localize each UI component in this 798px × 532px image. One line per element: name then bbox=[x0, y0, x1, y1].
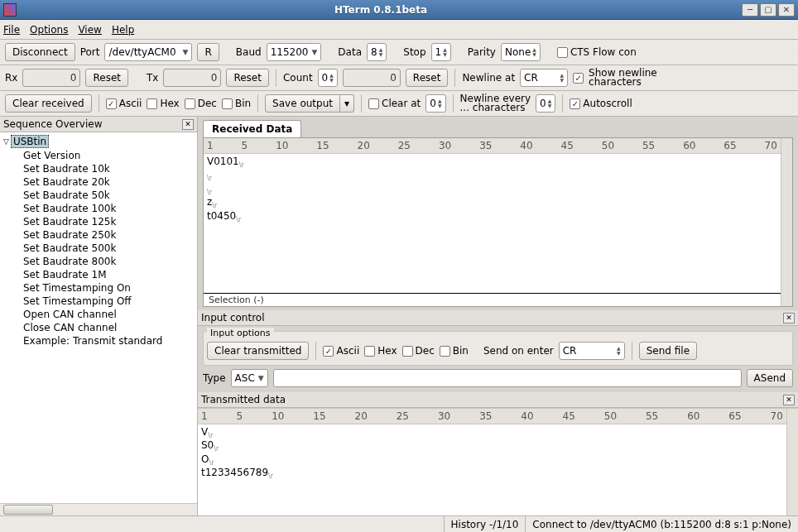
input-control-close-icon[interactable]: ✕ bbox=[783, 313, 795, 324]
input-control-title: Input control bbox=[201, 312, 264, 324]
expand-icon[interactable]: ▽ bbox=[3, 137, 9, 146]
tree-item[interactable]: Set Baudrate 1M bbox=[0, 268, 197, 281]
data-bits-spin[interactable]: 8▲▼ bbox=[367, 43, 387, 61]
transmitted-scrollbar[interactable] bbox=[786, 409, 798, 515]
history-status: History -/1/10 bbox=[444, 516, 526, 532]
save-output-button[interactable]: Save output bbox=[265, 94, 340, 113]
disconnect-button[interactable]: Disconnect bbox=[5, 43, 75, 61]
received-ruler: 1510152025303540455055606570 bbox=[204, 138, 781, 154]
clear-transmitted-button[interactable]: Clear transmitted bbox=[207, 342, 309, 360]
autoscroll-checkbox[interactable]: ✓Autoscroll bbox=[570, 98, 632, 109]
maximize-button[interactable]: ▢ bbox=[760, 3, 776, 17]
titlebar: HTerm 0.8.1beta ─ ▢ ✕ bbox=[0, 0, 798, 20]
send-on-enter-label: Send on enter bbox=[483, 345, 554, 357]
tree-item[interactable]: Set Baudrate 20k bbox=[0, 175, 197, 189]
baud-select[interactable]: 115200▼ bbox=[267, 43, 322, 61]
asend-button[interactable]: ASend bbox=[747, 369, 793, 387]
sidebar-scrollbar[interactable] bbox=[0, 503, 197, 515]
type-input[interactable] bbox=[273, 369, 742, 387]
show-newline-label2: characters bbox=[589, 78, 657, 87]
transmitted-title: Transmitted data bbox=[201, 394, 286, 405]
tx-bin-checkbox[interactable]: Bin bbox=[440, 345, 469, 357]
stop-bits-spin[interactable]: 1▲▼ bbox=[431, 43, 451, 61]
count-spin[interactable]: 0▲▼ bbox=[318, 69, 338, 87]
show-newline-checkbox[interactable]: ✓ bbox=[573, 73, 584, 84]
type-label: Type bbox=[203, 372, 226, 384]
received-tab[interactable]: Received Data bbox=[203, 120, 301, 137]
tree-item[interactable]: Get Version bbox=[0, 149, 197, 162]
stop-label: Stop bbox=[403, 46, 425, 58]
dec-checkbox[interactable]: Dec bbox=[185, 98, 217, 109]
ascii-checkbox[interactable]: ✓Ascii bbox=[106, 98, 142, 109]
baud-label: Baud bbox=[236, 46, 262, 58]
tree-item[interactable]: Set Baudrate 125k bbox=[0, 215, 197, 228]
data-label: Data bbox=[338, 46, 362, 58]
tree-item[interactable]: Set Baudrate 100k bbox=[0, 202, 197, 215]
tree-root[interactable]: ▽ USBtin bbox=[0, 134, 197, 149]
menu-view[interactable]: View bbox=[78, 24, 101, 36]
tree-item[interactable]: Set Baudrate 250k bbox=[0, 228, 197, 242]
menubar: File Options View Help bbox=[0, 20, 798, 40]
newline-every-spin[interactable]: 0▲▼ bbox=[536, 94, 555, 113]
minimize-button[interactable]: ─ bbox=[742, 3, 758, 17]
sidebar-title: Sequence Overview bbox=[3, 118, 103, 130]
input-options-title: Input options bbox=[207, 328, 274, 338]
received-scrollbar[interactable] bbox=[781, 138, 792, 306]
tx-count: 0 bbox=[163, 69, 221, 87]
reset-tx-button[interactable]: Reset bbox=[226, 69, 269, 87]
chevron-down-icon: ▼ bbox=[258, 374, 264, 382]
received-data[interactable]: V0101\r\r\rz\rt0450\r bbox=[204, 154, 781, 293]
chevron-down-icon: ▼ bbox=[183, 48, 189, 56]
count-label: Count bbox=[283, 72, 313, 84]
clear-at-checkbox[interactable]: Clear at bbox=[368, 98, 421, 109]
newline-every-label2: ... characters bbox=[460, 103, 531, 113]
rx-label: Rx bbox=[5, 72, 17, 84]
toolbar-display: Clear received ✓Ascii Hex Dec Bin Save o… bbox=[0, 91, 798, 117]
tx-ascii-checkbox[interactable]: ✓Ascii bbox=[323, 345, 359, 357]
reset-rx-button[interactable]: Reset bbox=[85, 69, 128, 87]
tx-dec-checkbox[interactable]: Dec bbox=[402, 345, 435, 357]
tree-item[interactable]: Set Baudrate 800k bbox=[0, 255, 197, 268]
tree-item[interactable]: Set Baudrate 50k bbox=[0, 189, 197, 202]
clear-received-button[interactable]: Clear received bbox=[5, 94, 92, 113]
count-readout: 0 bbox=[343, 69, 401, 87]
menu-options[interactable]: Options bbox=[30, 24, 68, 36]
tree-item[interactable]: Open CAN channel bbox=[0, 308, 197, 321]
reload-ports-button[interactable]: R bbox=[197, 43, 219, 61]
tree-item[interactable]: Set Timestamping On bbox=[0, 281, 197, 295]
type-mode-select[interactable]: ASC▼ bbox=[231, 369, 268, 387]
menu-help[interactable]: Help bbox=[112, 24, 134, 36]
newline-at-label: Newline at bbox=[462, 72, 515, 84]
send-file-button[interactable]: Send file bbox=[639, 342, 697, 360]
save-output-dropdown[interactable]: ▾ bbox=[340, 94, 354, 113]
port-select[interactable]: /dev/ttyACM0▼ bbox=[104, 43, 192, 61]
chevron-down-icon: ▼ bbox=[311, 48, 317, 56]
tree-item[interactable]: Example: Transmit standard bbox=[0, 334, 197, 347]
menu-file[interactable]: File bbox=[3, 24, 20, 36]
clear-at-spin[interactable]: 0▲▼ bbox=[425, 94, 445, 113]
hex-checkbox[interactable]: Hex bbox=[147, 98, 179, 109]
statusbar: History -/1/10 Connect to /dev/ttyACM0 (… bbox=[0, 515, 798, 532]
rx-count: 0 bbox=[22, 69, 80, 87]
close-button[interactable]: ✕ bbox=[778, 3, 795, 17]
sidebar-close-icon[interactable]: ✕ bbox=[182, 119, 194, 130]
app-icon bbox=[3, 3, 17, 17]
toolbar-connection: Disconnect Port /dev/ttyACM0▼ R Baud 115… bbox=[0, 40, 798, 65]
reset-count-button[interactable]: Reset bbox=[406, 69, 449, 87]
sequence-sidebar: Sequence Overview ✕ ▽ USBtin Get Version… bbox=[0, 117, 198, 515]
bin-checkbox[interactable]: Bin bbox=[222, 98, 251, 109]
tree-item[interactable]: Set Baudrate 10k bbox=[0, 162, 197, 175]
transmitted-data[interactable]: V\rS0\rO\rt1233456789\r bbox=[198, 424, 786, 515]
newline-at-select[interactable]: CR▲▼ bbox=[520, 69, 568, 87]
tree-item[interactable]: Set Timestamping Off bbox=[0, 295, 197, 308]
cts-flow-checkbox[interactable]: CTS Flow con bbox=[557, 46, 637, 58]
tree-item[interactable]: Close CAN channel bbox=[0, 321, 197, 334]
transmitted-close-icon[interactable]: ✕ bbox=[783, 395, 795, 405]
tree-root-label[interactable]: USBtin bbox=[11, 135, 49, 148]
send-on-enter-select[interactable]: CR▲▼ bbox=[559, 342, 625, 360]
sequence-tree[interactable]: ▽ USBtin Get VersionSet Baudrate 10kSet … bbox=[0, 132, 197, 503]
parity-label: Parity bbox=[468, 46, 496, 58]
parity-select[interactable]: None▲▼ bbox=[501, 43, 541, 61]
tx-hex-checkbox[interactable]: Hex bbox=[364, 345, 397, 357]
tree-item[interactable]: Set Baudrate 500k bbox=[0, 242, 197, 255]
